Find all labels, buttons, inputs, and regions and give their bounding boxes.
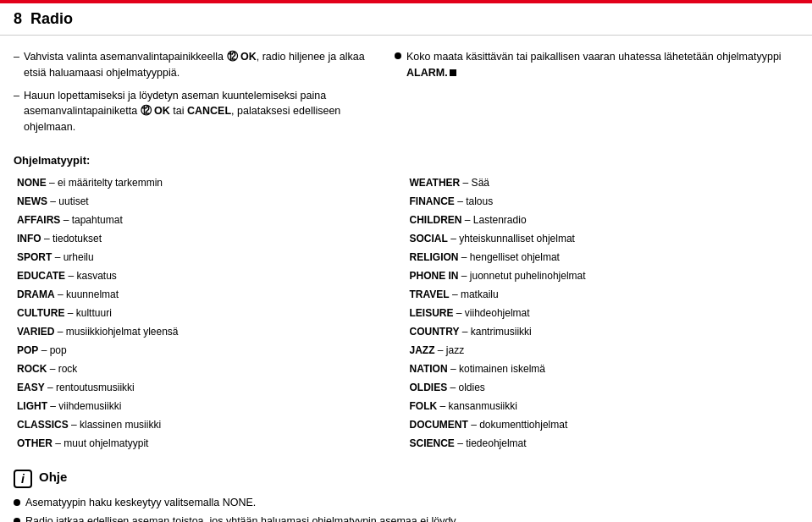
pt-cell-left: ROCK – rock [14, 360, 406, 378]
pt-cell-right: PHONE IN – juonnetut puhelinohjelmat [406, 266, 799, 285]
pt-cell-left: EDUCATE – kasvatus [14, 266, 406, 285]
bullet-icon [395, 52, 401, 59]
pt-cell-left: POP – pop [14, 341, 406, 360]
page-header: 8 Radio [0, 3, 812, 36]
program-types-section: Ohjelmatyypit: NONE – ei määritelty tark… [0, 154, 812, 461]
pt-cell-right: COUNTRY – kantrimusiikki [406, 322, 799, 341]
pt-cell-right: SCIENCE – tiedeohjelmat [406, 434, 799, 453]
pt-cell-right: NATION – kotimainen iskelmä [406, 360, 799, 378]
page-title: Radio [30, 10, 73, 28]
pt-cell-right: DOCUMENT – dokumenttiohjelmat [406, 415, 799, 434]
main-content: Vahvista valinta asemanvalintapainikkeel… [0, 36, 812, 151]
pt-cell-right: FOLK – kansanmusiikki [406, 397, 799, 415]
ohje-item-text: Asematyypin haku keskeytyy valitsemalla … [25, 495, 256, 511]
intro-item-2: Hauun lopettamiseksi ja löydetyn aseman … [14, 88, 369, 135]
alarm-content: Koko maata käsittävän tai paikallisen va… [406, 49, 798, 81]
pt-cell-right: RELIGION – hengelliset ohjelmat [406, 248, 799, 266]
ohje-list: Asematyypin haku keskeytyy valitsemalla … [14, 495, 798, 522]
bottom-section: i Ohje Asematyypin haku keskeytyy valits… [0, 461, 812, 522]
alarm-square-icon [450, 69, 456, 76]
section-label: Ohjelmatyypit: [14, 154, 798, 167]
left-column: Vahvista valinta asemanvalintapainikkeel… [14, 49, 369, 142]
intro-item-1: Vahvista valinta asemanvalintapainikkeel… [14, 49, 369, 81]
pt-cell-right: CHILDREN – Lastenradio [406, 211, 799, 229]
pt-cell-left: SPORT – urheilu [14, 248, 406, 266]
pt-cell-left: OTHER – muut ohjelmatyypit [14, 434, 406, 453]
ohje-item: Radio jatkaa edellisen aseman toistoa, j… [14, 514, 798, 523]
pt-cell-left: VARIED – musiikkiohjelmat yleensä [14, 322, 406, 341]
pt-cell-left: CLASSICS – klassinen musiikki [14, 415, 406, 434]
pt-cell-right: OLDIES – oldies [406, 378, 799, 397]
page-number: 8 [14, 10, 22, 28]
ohje-item-text: Radio jatkaa edellisen aseman toistoa, j… [25, 514, 458, 523]
ohje-item: Asematyypin haku keskeytyy valitsemalla … [14, 495, 798, 511]
ohje-title: Ohje [39, 470, 67, 484]
pt-cell-left: EASY – rentoutusmusiikki [14, 378, 406, 397]
pt-cell-right: LEISURE – viihdeohjelmat [406, 304, 799, 322]
pt-cell-left: CULTURE – kulttuuri [14, 304, 406, 322]
pt-cell-left: NEWS – uutiset [14, 192, 406, 211]
pt-cell-right: FINANCE – talous [406, 192, 799, 211]
pt-cell-right: SOCIAL – yhteiskunnalliset ohjelmat [406, 229, 799, 248]
pt-cell-left: DRAMA – kuunnelmat [14, 285, 406, 304]
pt-cell-left: INFO – tiedotukset [14, 229, 406, 248]
info-icon: i [14, 470, 32, 488]
right-column: Koko maata käsittävän tai paikallisen va… [386, 49, 798, 142]
bullet-icon [14, 518, 20, 523]
pt-cell-right: TRAVEL – matkailu [406, 285, 799, 304]
pt-cell-left: AFFAIRS – tapahtumat [14, 211, 406, 229]
program-types-table: NONE – ei määritelty tarkemminWEATHER – … [14, 173, 798, 453]
ohje-header: i Ohje [14, 470, 798, 488]
pt-cell-right: WEATHER – Sää [406, 173, 799, 192]
pt-cell-left: NONE – ei määritelty tarkemmin [14, 173, 406, 192]
bullet-icon [14, 499, 20, 506]
pt-cell-left: LIGHT – viihdemusiikki [14, 397, 406, 415]
alarm-text: Koko maata käsittävän tai paikallisen va… [395, 49, 798, 81]
pt-cell-right: JAZZ – jazz [406, 341, 799, 360]
